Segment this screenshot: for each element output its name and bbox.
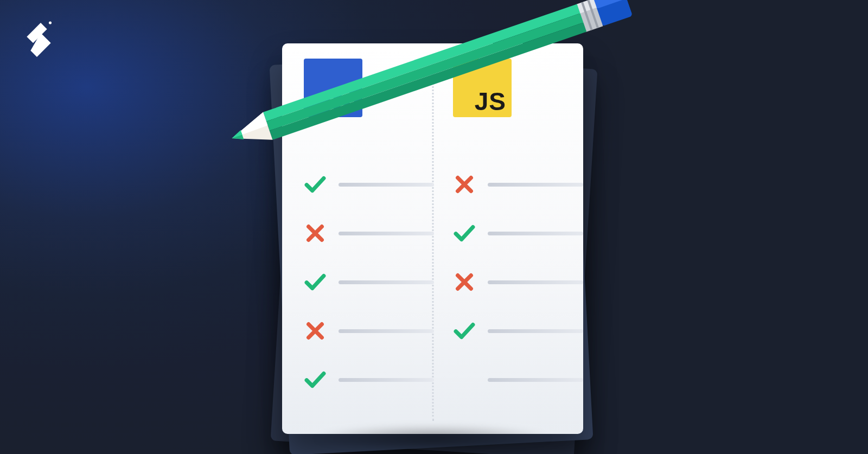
- feature-placeholder-line: [488, 378, 583, 382]
- ts-feature-column: [304, 160, 434, 412]
- svg-rect-2: [592, 0, 627, 9]
- svg-marker-11: [227, 112, 268, 138]
- svg-rect-6: [588, 0, 599, 28]
- feature-row: [453, 209, 583, 258]
- check-icon: [453, 319, 476, 342]
- feature-placeholder-line: [339, 378, 434, 382]
- feature-row: [453, 258, 583, 306]
- blank-icon: [453, 368, 476, 391]
- feature-placeholder-line: [339, 280, 434, 284]
- svg-rect-1: [592, 0, 633, 27]
- check-icon: [304, 368, 327, 391]
- feature-placeholder-line: [488, 232, 583, 235]
- javascript-label: JS: [475, 89, 506, 114]
- feature-row: [453, 355, 583, 404]
- svg-rect-3: [576, 0, 603, 32]
- feature-placeholder-line: [488, 183, 583, 187]
- feature-placeholder-line: [488, 280, 583, 284]
- feature-row: [304, 355, 434, 404]
- toptal-logo: [22, 17, 52, 59]
- feature-placeholder-line: [488, 329, 583, 333]
- feature-placeholder-line: [339, 232, 434, 235]
- feature-placeholder-line: [339, 329, 434, 333]
- feature-row: [304, 258, 434, 306]
- feature-row: [304, 209, 434, 258]
- svg-marker-12: [231, 130, 244, 143]
- cross-icon: [304, 319, 327, 342]
- comparison-sheet: TS JS: [282, 43, 583, 434]
- svg-point-0: [49, 21, 52, 24]
- feature-row: [453, 306, 583, 355]
- typescript-badge: TS: [304, 59, 362, 117]
- svg-rect-4: [576, 0, 597, 14]
- svg-marker-13: [231, 130, 242, 138]
- check-icon: [304, 271, 327, 293]
- feature-row: [304, 306, 434, 355]
- feature-placeholder-line: [339, 183, 434, 187]
- svg-rect-5: [581, 2, 592, 30]
- cross-icon: [453, 271, 476, 293]
- feature-row: [453, 160, 583, 209]
- typescript-label: TS: [324, 89, 357, 114]
- cross-icon: [304, 222, 327, 245]
- svg-marker-10: [227, 112, 273, 152]
- check-icon: [453, 222, 476, 245]
- hero-illustration: TS JS: [0, 0, 868, 454]
- javascript-badge: JS: [453, 59, 512, 117]
- check-icon: [304, 173, 327, 196]
- feature-row: [304, 160, 434, 209]
- cross-icon: [453, 173, 476, 196]
- js-feature-column: [453, 160, 583, 412]
